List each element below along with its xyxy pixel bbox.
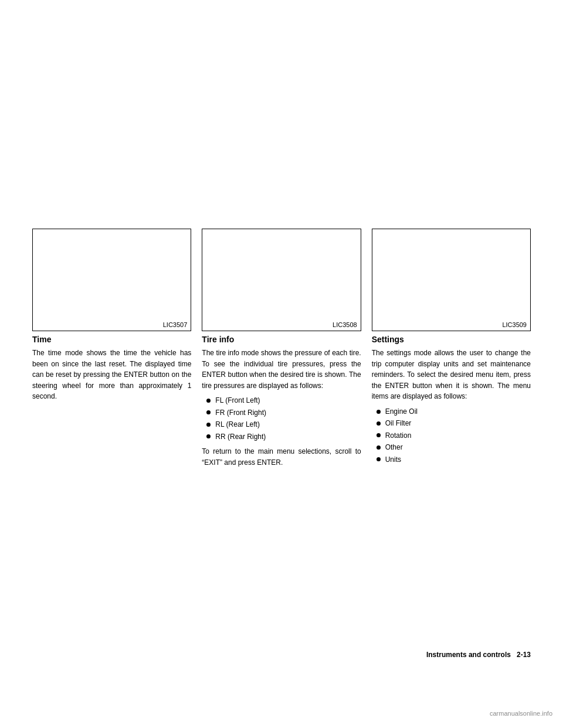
bullet-text: FL (Front Left) (215, 394, 260, 406)
body-text-time: The time mode shows the time the vehicle… (32, 348, 191, 402)
page-container: LIC3507 Time The time mode shows the tim… (0, 0, 563, 728)
bullet-dot (377, 433, 381, 437)
bullet-text: Other (385, 441, 403, 453)
image-label-settings: LIC3509 (502, 321, 527, 328)
bullet-text: Oil Filter (385, 417, 412, 429)
section-title-settings: Settings (372, 335, 531, 344)
col-settings: LIC3509 Settings The settings mode allow… (372, 229, 531, 469)
bullet-list-tire: FL (Front Left) FR (Front Right) RL (Rea… (202, 394, 361, 443)
image-box-tire: LIC3508 (202, 229, 361, 331)
list-item: RR (Rear Right) (202, 431, 361, 443)
body-text-tire: The tire info mode shows the pressure of… (202, 348, 361, 391)
bullet-dot (206, 434, 211, 438)
page-footer: Instruments and controls 2-13 (426, 651, 531, 659)
list-item: Oil Filter (372, 417, 531, 429)
bullet-list-settings: Engine Oil Oil Filter Rotation Other Uni… (372, 406, 531, 465)
footer-label: Instruments and controls (426, 651, 511, 659)
bullet-dot (206, 423, 211, 427)
list-item: FL (Front Left) (202, 394, 361, 406)
bullet-text: RL (Rear Left) (215, 419, 260, 430)
bullet-text: Units (385, 454, 401, 465)
bottom-brand: carmanualsonline.info (490, 709, 552, 717)
bullet-text: RR (Rear Right) (215, 431, 266, 443)
list-item: FR (Front Right) (202, 407, 361, 419)
bullet-dot (377, 445, 381, 450)
bullet-text: FR (Front Right) (215, 407, 266, 419)
footer-page-number: 2-13 (517, 651, 531, 659)
list-item: Engine Oil (372, 406, 531, 417)
top-space (0, 0, 563, 229)
brand-name: carmanualsonline.info (490, 710, 552, 717)
bullet-dot (206, 399, 211, 403)
footer-text-tire: To return to the main menu selections, s… (202, 446, 361, 468)
body-text-settings: The settings mode allows the user to cha… (372, 348, 531, 402)
three-column-layout: LIC3507 Time The time mode shows the tim… (0, 229, 563, 471)
list-item: Units (372, 454, 531, 465)
list-item: Other (372, 441, 531, 453)
bullet-dot (206, 410, 211, 414)
section-title-time: Time (32, 335, 191, 344)
image-box-time: LIC3507 (32, 229, 191, 331)
image-box-settings: LIC3509 (372, 229, 531, 331)
list-item: Rotation (372, 430, 531, 441)
image-label-tire: LIC3508 (333, 321, 357, 328)
bullet-text: Engine Oil (385, 406, 418, 417)
section-title-tire: Tire info (202, 335, 361, 344)
list-item: RL (Rear Left) (202, 419, 361, 430)
bullet-text: Rotation (385, 430, 412, 441)
col-time: LIC3507 Time The time mode shows the tim… (32, 229, 191, 406)
bullet-dot (377, 410, 381, 414)
bullet-dot (377, 457, 381, 461)
bullet-dot (377, 421, 381, 426)
image-label-time: LIC3507 (163, 321, 188, 328)
col-tire-info: LIC3508 Tire info The tire info mode sho… (202, 229, 361, 471)
